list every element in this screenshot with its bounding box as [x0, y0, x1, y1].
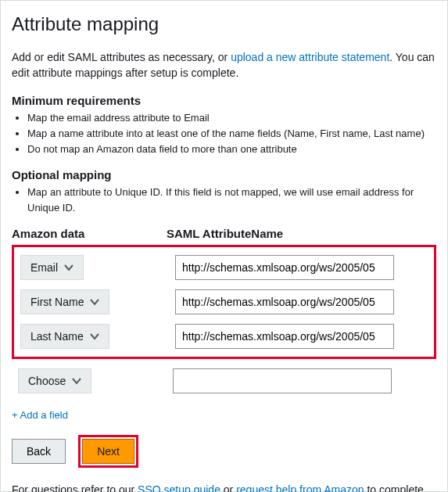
chevron-down-icon	[64, 263, 73, 272]
table-row: Choose	[12, 365, 436, 397]
button-row: Back Next	[12, 435, 436, 468]
footer-note: For questions refer to our SSO setup gui…	[12, 482, 436, 492]
saml-attr-input-firstname[interactable]	[175, 289, 394, 314]
chevron-down-icon	[90, 332, 99, 341]
columns-header: Amazon data SAML AttributeName	[12, 227, 436, 240]
next-button-highlight: Next	[78, 435, 138, 468]
amazon-data-dropdown-email[interactable]: Email	[20, 255, 84, 280]
add-field-link[interactable]: + Add a field	[12, 409, 68, 421]
list-item: Map the email address attribute to Email	[27, 110, 436, 126]
dropdown-label: First Name	[30, 296, 84, 308]
chevron-down-icon	[72, 376, 81, 386]
saml-attr-input-email[interactable]	[175, 255, 394, 280]
attribute-mapping-panel: Attribute mapping Add or edit SAML attri…	[0, 0, 448, 492]
optional-mapping-list: Map an attribute to Unique ID. If this f…	[12, 185, 436, 216]
footer-pre: For questions refer to our	[12, 483, 138, 492]
sso-setup-guide-link[interactable]: SSO setup guide	[138, 483, 220, 492]
back-button[interactable]: Back	[12, 439, 66, 464]
dropdown-label: Last Name	[30, 330, 84, 343]
chevron-down-icon	[90, 297, 99, 307]
list-item: Map an attribute to Unique ID. If this f…	[27, 185, 436, 216]
list-item: Do not map an Amazon data field to more …	[27, 142, 436, 157]
amazon-data-dropdown-choose[interactable]: Choose	[18, 368, 91, 393]
table-row: Last Name	[20, 324, 428, 349]
amazon-data-dropdown-lastname[interactable]: Last Name	[20, 324, 109, 349]
saml-attr-input-lastname[interactable]	[175, 324, 394, 349]
mapping-highlight-box: Email First Name Last Name	[12, 245, 436, 359]
col-saml-attr: SAML AttributeName	[167, 227, 436, 240]
dropdown-label: Email	[30, 261, 58, 274]
upload-attribute-statement-link[interactable]: upload a new attribute statement	[231, 51, 389, 63]
footer-mid: or	[220, 483, 236, 492]
table-row: First Name	[20, 289, 428, 314]
amazon-data-dropdown-firstname[interactable]: First Name	[20, 289, 109, 314]
saml-attr-input-empty[interactable]	[173, 368, 392, 393]
intro-pre: Add or edit SAML attributes as necessary…	[12, 51, 231, 63]
col-amazon-data: Amazon data	[12, 227, 167, 240]
list-item: Map a name attribute into at least one o…	[27, 126, 436, 142]
intro-text: Add or edit SAML attributes as necessary…	[12, 49, 436, 81]
min-req-list: Map the email address attribute to Email…	[12, 110, 436, 157]
next-button[interactable]: Next	[82, 439, 134, 464]
page-title: Attribute mapping	[12, 13, 436, 35]
dropdown-label: Choose	[28, 375, 66, 387]
table-row: Email	[20, 255, 428, 280]
min-req-heading: Minimum requirements	[12, 94, 436, 107]
optional-mapping-heading: Optional mapping	[12, 168, 436, 181]
request-help-link[interactable]: request help from Amazon	[236, 483, 364, 492]
